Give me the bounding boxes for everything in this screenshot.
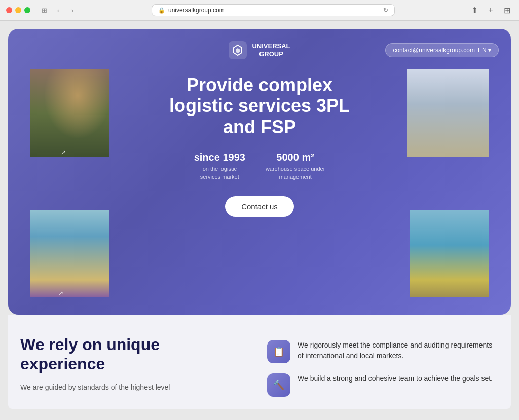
bottom-title: We rely on unique experience <box>20 335 252 374</box>
contact-email-text: contact@universalkgroup.com <box>393 47 475 54</box>
compliance-icon: 📋 <box>267 340 290 363</box>
bulgaria-image <box>30 210 109 286</box>
team-icon: 🔨 <box>267 373 290 397</box>
lang-selector[interactable]: EN ▾ <box>478 47 491 54</box>
stat-warehouse: 5000 m² warehouse space under management <box>266 151 325 181</box>
browser-chrome: ⊞ ‹ › 🔒 universalkgroup.com ↻ ⬆ + ⊞ <box>0 0 519 21</box>
feature-team: 🔨 We build a strong and cohesive team to… <box>267 373 499 397</box>
hero-content: Romania ↗ Mongolia ↗ Provide complex log… <box>20 69 499 302</box>
mongolia-location[interactable]: Mongolia ↗ <box>407 69 489 157</box>
share-button[interactable]: ⬆ <box>468 4 480 16</box>
browser-actions: ⬆ + ⊞ <box>468 4 513 16</box>
contact-us-button[interactable]: Contact us <box>225 196 294 217</box>
external-link-icon: ↗ <box>61 149 66 156</box>
chevron-down-icon: ▾ <box>488 47 491 54</box>
romania-location[interactable]: Romania ↗ <box>30 69 109 157</box>
stat-warehouse-value: 5000 m² <box>266 151 325 163</box>
hero-title: Provide complex logistic services 3PL an… <box>163 74 356 137</box>
bulgaria-location[interactable]: Bulgaria ↗ <box>30 210 109 297</box>
page-wrapper: UNIVERSAL GROUP contact@universalkgroup.… <box>0 21 519 417</box>
tabs-button[interactable]: ⊞ <box>501 4 513 16</box>
close-button[interactable] <box>6 7 12 13</box>
stat-warehouse-label: warehouse space under management <box>266 165 325 181</box>
new-tab-button[interactable]: + <box>485 4 497 16</box>
bottom-subtitle: We are guided by standards of the highes… <box>20 382 252 393</box>
stat-since: since 1993 on the logistic services mark… <box>194 151 245 181</box>
refresh-icon[interactable]: ↻ <box>383 7 388 14</box>
external-link-icon: ↗ <box>58 290 63 297</box>
traffic-lights <box>6 7 30 13</box>
bottom-left: We rely on unique experience We are guid… <box>20 335 252 393</box>
romania-image <box>30 69 109 145</box>
forward-button[interactable]: › <box>67 5 78 16</box>
address-bar[interactable]: 🔒 universalkgroup.com ↻ <box>152 4 395 16</box>
kyrgyzstan-location[interactable]: Kyrgyzstan ↗ <box>410 210 489 297</box>
lock-icon: 🔒 <box>158 7 165 14</box>
logo-text: UNIVERSAL GROUP <box>252 42 290 58</box>
hero-stats: since 1993 on the logistic services mark… <box>163 151 356 181</box>
feature-team-text: We build a strong and cohesive team to a… <box>298 373 493 384</box>
minimize-button[interactable] <box>15 7 21 13</box>
back-button[interactable]: ‹ <box>53 5 64 16</box>
maximize-button[interactable] <box>24 7 30 13</box>
contact-email-badge[interactable]: contact@universalkgroup.com EN ▾ <box>385 43 499 57</box>
center-content: Provide complex logistic services 3PL an… <box>163 74 356 217</box>
stat-since-value: since 1993 <box>194 151 245 163</box>
bottom-section: We rely on unique experience We are guid… <box>8 315 511 409</box>
feature-compliance-text: We rigorously meet the compliance and au… <box>298 340 499 361</box>
sidebar-toggle-button[interactable]: ⊞ <box>39 5 50 16</box>
logo-icon <box>229 41 247 59</box>
hero-section: UNIVERSAL GROUP contact@universalkgroup.… <box>8 29 511 315</box>
bottom-right: 📋 We rigorously meet the compliance and … <box>267 335 499 397</box>
feature-compliance: 📋 We rigorously meet the compliance and … <box>267 340 499 363</box>
bottom-grid: We rely on unique experience We are guid… <box>20 335 499 397</box>
logo[interactable]: UNIVERSAL GROUP <box>229 41 290 59</box>
browser-nav-controls: ⊞ ‹ › <box>39 5 78 16</box>
stat-since-label: on the logistic services market <box>194 165 245 181</box>
mongolia-image <box>407 81 489 157</box>
url-text: universalkgroup.com <box>168 7 225 14</box>
kyrgyzstan-image <box>410 221 489 297</box>
hero-nav: UNIVERSAL GROUP contact@universalkgroup.… <box>20 41 499 59</box>
